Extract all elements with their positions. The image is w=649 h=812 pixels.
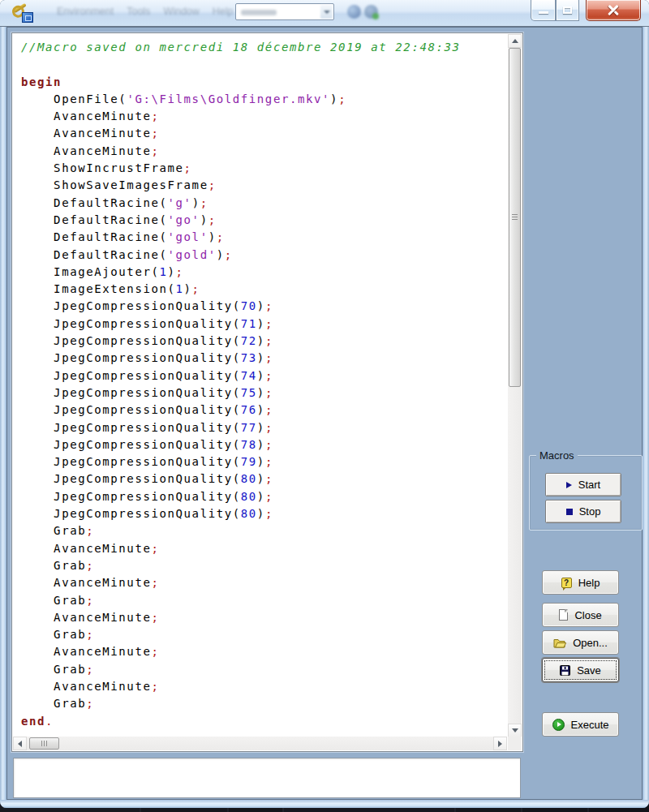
code-line: end. <box>21 713 507 730</box>
code-line: JpegCompressionQuality(80); <box>21 488 507 505</box>
start-button-label: Start <box>578 479 600 491</box>
menu-item-environment[interactable]: Environment <box>57 6 114 17</box>
code-line: Grab; <box>21 695 507 712</box>
code-line: JpegCompressionQuality(78); <box>21 436 507 453</box>
execute-play-icon <box>552 719 565 731</box>
code-line: Grab; <box>21 522 507 539</box>
code-line: //Macro saved on mercredi 18 décembre 20… <box>21 39 507 56</box>
code-line: Grab; <box>21 661 507 678</box>
scroll-right-button[interactable] <box>493 737 507 750</box>
macro-code-editor[interactable]: //Macro saved on mercredi 18 décembre 20… <box>11 32 523 752</box>
code-line: JpegCompressionQuality(70); <box>21 298 507 315</box>
code-line: DefaultRacine('go'); <box>21 212 507 229</box>
chevron-down-icon[interactable] <box>320 5 333 19</box>
app-icon <box>11 2 39 24</box>
open-button[interactable]: Open... <box>542 630 619 655</box>
code-line: JpegCompressionQuality(77); <box>21 419 507 436</box>
vertical-scrollbar[interactable] <box>508 34 522 737</box>
close-icon <box>608 5 619 16</box>
code-line: OpenFile('G:\Films\Goldfinger.mkv'); <box>21 91 507 108</box>
code-line: AvanceMinute; <box>21 143 507 160</box>
code-line: ImageExtension(1); <box>21 281 507 298</box>
save-button-label: Save <box>577 664 601 677</box>
close-button[interactable]: Close <box>542 603 619 627</box>
save-floppy-icon <box>560 665 570 676</box>
code-line: JpegCompressionQuality(74); <box>21 367 507 385</box>
code-line: JpegCompressionQuality(73); <box>21 350 507 367</box>
help-icon: ? <box>561 578 572 588</box>
window-frame-left <box>0 27 6 800</box>
maximize-button[interactable] <box>556 0 579 21</box>
save-button[interactable]: Save <box>542 658 619 682</box>
titlebar[interactable]: Environment Tools Window Help <box>0 0 649 27</box>
scroll-down-button[interactable] <box>508 724 522 737</box>
stop-button-label: Stop <box>579 505 601 518</box>
help-button[interactable]: ? Help <box>542 570 619 595</box>
status-input[interactable] <box>13 758 521 798</box>
code-line: begin <box>21 74 507 91</box>
code-line: JpegCompressionQuality(80); <box>21 470 507 488</box>
macros-groupbox: Macros Start Stop <box>529 455 643 531</box>
arrow-right-icon <box>498 741 502 747</box>
code-line: DefaultRacine('g'); <box>21 195 507 212</box>
code-line: ImageAjouter(1); <box>21 264 507 281</box>
menu-item-tools[interactable]: Tools <box>127 6 150 17</box>
code-line: AvanceMinute; <box>21 574 507 591</box>
code-line: ShowIncrustFrame; <box>21 160 507 177</box>
code-line <box>21 56 507 73</box>
arrow-down-icon <box>512 728 518 733</box>
menu-item-window[interactable]: Window <box>163 6 199 17</box>
component-cube-icon <box>22 12 33 23</box>
start-button[interactable]: Start <box>545 473 621 496</box>
stop-icon <box>566 509 573 515</box>
stop-button[interactable]: Stop <box>545 500 621 523</box>
code-line: JpegCompressionQuality(79); <box>21 453 507 470</box>
combobox-text-blur <box>241 10 277 15</box>
minimize-button[interactable] <box>531 0 556 21</box>
horizontal-scrollbar[interactable] <box>13 737 507 750</box>
maximize-icon <box>563 6 572 14</box>
help-glyph: ? <box>564 578 569 587</box>
open-button-label: Open... <box>573 637 608 649</box>
execute-button-label: Execute <box>571 719 609 731</box>
scroll-up-button[interactable] <box>508 34 522 48</box>
code-line: AvanceMinute; <box>21 678 507 695</box>
blurred-toolbar-icon[interactable] <box>347 5 361 19</box>
macro-combobox[interactable] <box>235 3 334 20</box>
vertical-scroll-thumb[interactable] <box>509 48 521 387</box>
code-line: JpegCompressionQuality(75); <box>21 385 507 402</box>
menubar: Environment Tools Window Help <box>57 6 234 17</box>
close-button-label: Close <box>574 609 601 621</box>
arrow-up-icon <box>512 39 518 43</box>
code-line: AvanceMinute; <box>21 643 507 660</box>
window-frame-bottom <box>0 800 649 808</box>
code-content[interactable]: //Macro saved on mercredi 18 décembre 20… <box>13 34 507 736</box>
window-frame-right <box>643 27 649 800</box>
app-window: Environment Tools Window Help //Macro sa… <box>0 0 649 808</box>
arrow-left-icon <box>18 741 22 747</box>
code-line: AvanceMinute; <box>21 108 507 125</box>
horizontal-scroll-thumb[interactable] <box>29 737 59 750</box>
scroll-left-button[interactable] <box>13 737 27 750</box>
code-line: AvanceMinute; <box>21 125 507 142</box>
execute-button[interactable]: Execute <box>542 712 619 737</box>
help-button-label: Help <box>578 577 600 589</box>
code-line: DefaultRacine('gold'); <box>21 247 507 264</box>
screen: Environment Tools Window Help //Macro sa… <box>0 0 649 812</box>
document-icon <box>559 609 568 621</box>
close-window-button[interactable] <box>586 0 641 21</box>
minimize-icon <box>539 11 548 14</box>
menu-item-help[interactable]: Help <box>213 6 234 17</box>
code-line: ShowSaveImagesFrame; <box>21 177 507 194</box>
play-icon <box>566 482 572 488</box>
scrollbar-corner <box>508 737 522 750</box>
code-line: JpegCompressionQuality(80); <box>21 505 507 522</box>
open-folder-icon <box>553 638 566 648</box>
code-line: Grab; <box>21 557 507 574</box>
code-line: JpegCompressionQuality(76); <box>21 402 507 419</box>
code-line: Grab; <box>21 592 507 609</box>
code-line: JpegCompressionQuality(71); <box>21 316 507 333</box>
code-line: Grab; <box>21 626 507 643</box>
code-line: JpegCompressionQuality(72); <box>21 333 507 350</box>
blurred-search-icon[interactable] <box>364 5 378 19</box>
